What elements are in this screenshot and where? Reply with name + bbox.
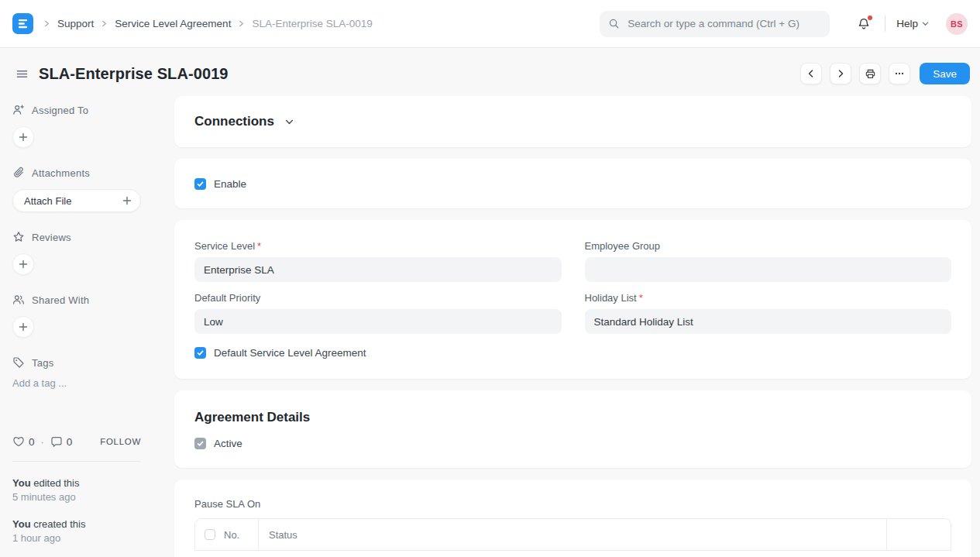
- heart-icon: [12, 435, 25, 448]
- attachments-label: Attachments: [32, 167, 90, 179]
- divider: [885, 15, 885, 32]
- enable-label: Enable: [214, 178, 246, 190]
- search-input[interactable]: [626, 17, 821, 30]
- assigned-to-header: Assigned To: [12, 104, 150, 116]
- required-marker: *: [257, 240, 261, 252]
- paperclip-icon: [12, 167, 25, 179]
- employee-group-input[interactable]: [585, 257, 952, 282]
- default-sla-checkbox[interactable]: [194, 347, 206, 359]
- default-sla-row: Default Service Level Agreement: [194, 347, 951, 359]
- navbar: Support Service Level Agreement SLA-Ente…: [0, 0, 980, 48]
- star-icon: [12, 231, 25, 243]
- service-level-input[interactable]: [194, 257, 562, 282]
- prev-document-button[interactable]: [800, 63, 822, 84]
- tags-section: Tags Add a tag ...: [12, 356, 150, 389]
- add-review-button[interactable]: [12, 253, 34, 275]
- menu-options-button[interactable]: [889, 63, 910, 84]
- plus-icon: [19, 260, 28, 269]
- sla-details-section: Service Level* Employee Group Default Pr…: [174, 220, 971, 379]
- holiday-list-label: Holiday List: [585, 292, 637, 304]
- page-title: SLA-Enterprise SLA-0019: [39, 65, 229, 83]
- page-header: SLA-Enterprise SLA-0019 Save: [0, 48, 980, 96]
- chevron-right-icon: [43, 20, 50, 27]
- assigned-to-section: Assigned To: [12, 104, 150, 148]
- enable-section: Enable: [174, 159, 971, 208]
- save-button[interactable]: Save: [920, 63, 970, 84]
- page-body: Assigned To Attachments Attach File Revi…: [0, 96, 980, 557]
- sidebar-toggle-button[interactable]: [12, 64, 32, 84]
- activity-who: You: [12, 477, 31, 489]
- agreement-details-title: Agreement Details: [194, 410, 951, 425]
- add-tag-input[interactable]: Add a tag ...: [12, 377, 150, 389]
- shared-with-section: Shared With: [12, 294, 150, 338]
- add-assignment-button[interactable]: [12, 126, 34, 148]
- assigned-to-label: Assigned To: [32, 105, 88, 116]
- menu-icon: [15, 67, 29, 81]
- table-header-status: Status: [259, 519, 887, 550]
- print-button[interactable]: [859, 63, 881, 84]
- form-body: Connections Enable Service Level* Employ…: [174, 96, 971, 557]
- comment-icon: [50, 435, 63, 448]
- table-header-end: [887, 519, 951, 550]
- employee-group-field: Employee Group: [585, 240, 952, 282]
- chevron-right-icon: [238, 20, 245, 27]
- status-column-header: Status: [269, 529, 297, 541]
- select-all-checkbox[interactable]: [205, 529, 215, 540]
- tag-icon: [12, 356, 25, 369]
- pause-sla-label: Pause SLA On: [194, 498, 951, 510]
- help-menu[interactable]: Help: [896, 18, 929, 29]
- next-document-button[interactable]: [830, 63, 851, 84]
- likes-count: 0: [29, 436, 35, 448]
- enable-checkbox[interactable]: [194, 178, 206, 190]
- ellipsis-icon: [894, 68, 905, 79]
- check-icon: [197, 181, 204, 187]
- breadcrumb-support[interactable]: Support: [57, 18, 94, 29]
- pause-sla-section: Pause SLA On No. Status: [174, 480, 971, 557]
- connections-section[interactable]: Connections: [174, 96, 971, 147]
- global-search[interactable]: [600, 11, 830, 37]
- chevron-right-icon: [101, 20, 108, 27]
- app-logo[interactable]: [12, 13, 33, 34]
- plus-icon: [122, 196, 132, 205]
- chevron-down-icon: [922, 20, 929, 27]
- attachments-header: Attachments: [12, 167, 150, 179]
- connections-title: Connections: [194, 114, 274, 129]
- share-button[interactable]: [12, 316, 34, 338]
- shared-with-label: Shared With: [32, 294, 89, 306]
- comments-button[interactable]: [50, 435, 63, 448]
- chevron-down-icon: [284, 117, 294, 127]
- activity-created: You created this 1 hour ago: [12, 517, 150, 545]
- form-grid: Service Level* Employee Group Default Pr…: [194, 240, 951, 334]
- default-priority-input[interactable]: [194, 309, 562, 334]
- like-button[interactable]: [12, 435, 25, 448]
- check-icon: [197, 349, 204, 356]
- dot-separator: ·: [41, 436, 44, 448]
- navbar-right: Help BS: [854, 13, 968, 35]
- breadcrumb-current: SLA-Enterprise SLA-0019: [252, 18, 372, 29]
- plus-icon: [19, 322, 28, 332]
- activity-when: 5 minutes ago: [12, 491, 76, 503]
- holiday-list-input[interactable]: [585, 309, 952, 334]
- active-row: Active: [194, 438, 951, 449]
- required-marker: *: [639, 292, 643, 304]
- activity-who: You: [12, 518, 31, 530]
- form-sidebar: Assigned To Attachments Attach File Revi…: [12, 96, 150, 557]
- help-label: Help: [896, 18, 918, 29]
- breadcrumb-service-level-agreement[interactable]: Service Level Agreement: [115, 18, 231, 29]
- activity-action: edited this: [33, 477, 79, 489]
- users-icon: [12, 294, 25, 306]
- default-sla-label: Default Service Level Agreement: [214, 347, 366, 359]
- check-icon: [197, 440, 204, 447]
- follow-button[interactable]: FOLLOW: [100, 437, 141, 446]
- default-priority-field: Default Priority: [194, 292, 562, 334]
- notifications-button[interactable]: [854, 14, 874, 34]
- table-header-no: No.: [195, 519, 259, 550]
- attach-file-button[interactable]: Attach File: [12, 189, 141, 212]
- activity-when: 1 hour ago: [12, 532, 60, 544]
- holiday-list-field: Holiday List*: [585, 292, 952, 334]
- user-plus-icon: [12, 104, 25, 116]
- chevron-right-icon: [836, 69, 845, 78]
- notification-dot: [868, 15, 872, 20]
- user-avatar[interactable]: BS: [946, 13, 968, 35]
- social-row: 0 · 0 FOLLOW: [12, 435, 141, 448]
